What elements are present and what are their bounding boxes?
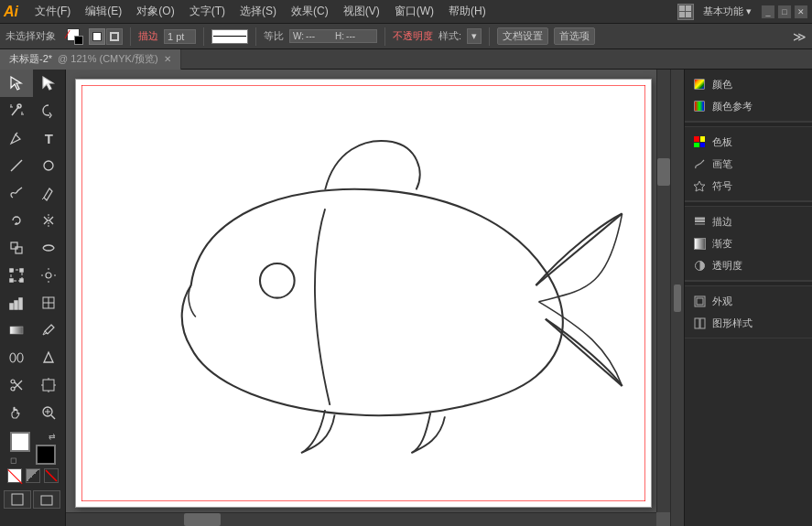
- color-panel-section: 颜色 颜色参考: [685, 70, 812, 122]
- solid-color-mode[interactable]: [7, 468, 22, 483]
- artboard-tool-btn[interactable]: [33, 371, 66, 399]
- swap-colors-btn[interactable]: ⇄: [49, 432, 56, 441]
- screen-mode-area: [0, 488, 65, 510]
- minimize-button[interactable]: _: [761, 5, 775, 19]
- free-transform-tool-btn[interactable]: [0, 262, 33, 289]
- preferences-button[interactable]: 首选项: [554, 27, 595, 45]
- fill-color-box[interactable]: [10, 432, 30, 452]
- symbol-label: 符号: [712, 179, 732, 193]
- tool-row-1: [0, 70, 65, 97]
- close-button[interactable]: ✕: [794, 5, 808, 19]
- arrange-icon: [677, 4, 694, 20]
- menu-view[interactable]: 视图(V): [336, 0, 387, 24]
- horizontal-scrollbar[interactable]: [66, 512, 656, 526]
- magic-wand-tool-btn[interactable]: [0, 97, 33, 124]
- full-screen-mode-btn[interactable]: [33, 490, 60, 509]
- svg-line-41: [51, 415, 55, 419]
- normal-mode-btn[interactable]: [4, 490, 31, 509]
- graphic-style-panel-row[interactable]: 图形样式: [690, 312, 807, 334]
- fill-stroke-indicator[interactable]: ∕: [67, 28, 83, 45]
- menu-help[interactable]: 帮助(H): [441, 0, 493, 24]
- swatches-panel-row[interactable]: 色板: [690, 131, 807, 153]
- graphic-style-icon: [692, 316, 707, 330]
- fill-mode-btn[interactable]: [89, 28, 105, 45]
- vertical-scrollbar[interactable]: [656, 70, 670, 512]
- lasso-tool-btn[interactable]: [33, 97, 66, 124]
- appearance-icon: [692, 294, 707, 308]
- transparency-panel-row[interactable]: 透明度: [690, 254, 807, 276]
- pencil-tool-btn[interactable]: [33, 179, 66, 207]
- menu-effect[interactable]: 效果(C): [284, 0, 336, 24]
- symbol-sprayer-tool-btn[interactable]: [33, 262, 66, 289]
- tool-row-9: [0, 289, 65, 317]
- svg-rect-46: [41, 496, 52, 505]
- direct-select-tool-btn[interactable]: [33, 70, 66, 97]
- menu-file[interactable]: 文件(F): [27, 0, 78, 24]
- warp-tool-btn[interactable]: [33, 234, 66, 262]
- paintbrush-tool-btn[interactable]: [0, 179, 33, 207]
- vertical-scroll-thumb[interactable]: [657, 158, 670, 186]
- pen-tool-btn[interactable]: [0, 124, 33, 152]
- symbol-panel-row[interactable]: 符号: [690, 175, 807, 197]
- scissors-tool-btn[interactable]: [0, 371, 33, 399]
- color-panel-row[interactable]: 颜色: [690, 73, 807, 95]
- shape-tool-btn[interactable]: [33, 152, 66, 179]
- color-picker-area: ⇄ ◻: [0, 426, 65, 488]
- panel-scroll-handle[interactable]: [670, 70, 684, 526]
- horizontal-scroll-thumb[interactable]: [184, 513, 221, 526]
- blend-tool-btn[interactable]: [0, 344, 33, 371]
- hand-tool-btn[interactable]: [0, 399, 33, 426]
- rotate-tool-btn[interactable]: [0, 207, 33, 234]
- svg-rect-45: [12, 494, 23, 505]
- live-paint-tool-btn[interactable]: [33, 344, 66, 371]
- panel-scroll-grip: [674, 284, 681, 312]
- stroke-panel-row[interactable]: 描边: [690, 210, 807, 232]
- fill-stroke-boxes[interactable]: ⇄ ◻: [10, 432, 56, 465]
- options-expand-btn[interactable]: ≫: [793, 29, 807, 44]
- stroke-color-box[interactable]: [36, 445, 56, 465]
- workspace-selector[interactable]: 基本功能 ▾: [699, 5, 755, 18]
- opacity-style-select[interactable]: ▾: [467, 28, 482, 44]
- default-colors-btn[interactable]: ◻: [10, 456, 16, 465]
- menu-text[interactable]: 文字(T): [182, 0, 233, 24]
- eyedropper-tool-btn[interactable]: [33, 317, 66, 344]
- stroke-mode-btn[interactable]: [106, 28, 123, 45]
- svg-rect-24: [19, 298, 22, 309]
- maximize-button[interactable]: □: [777, 5, 792, 19]
- scale-tool-btn[interactable]: [0, 234, 33, 262]
- swatches-panel-section: 色板 画笔 符号: [685, 127, 812, 201]
- menu-object[interactable]: 对象(O): [129, 0, 181, 24]
- svg-point-50: [260, 263, 295, 298]
- scale-label: 等比: [264, 29, 284, 43]
- scale-input-area[interactable]: W: --- H: ---: [289, 29, 377, 43]
- none-color-mode[interactable]: [44, 468, 59, 483]
- color-ref-panel-row[interactable]: 颜色参考: [690, 95, 807, 117]
- reflect-tool-btn[interactable]: [33, 207, 66, 234]
- tab-close-btn[interactable]: ✕: [164, 54, 171, 64]
- gradient-panel-row[interactable]: 渐变: [690, 232, 807, 254]
- menu-select[interactable]: 选择(S): [233, 0, 284, 24]
- menu-edit[interactable]: 编辑(E): [78, 0, 129, 24]
- line-tool-btn[interactable]: [0, 152, 33, 179]
- gradient-color-mode[interactable]: [26, 468, 40, 483]
- tool-row-11: [0, 344, 65, 371]
- brush-panel-row[interactable]: 画笔: [690, 153, 807, 175]
- gradient-tool-btn[interactable]: [0, 317, 33, 344]
- column-graph-tool-btn[interactable]: [0, 289, 33, 317]
- menu-window[interactable]: 窗口(W): [387, 0, 441, 24]
- doc-settings-button[interactable]: 文档设置: [497, 27, 548, 45]
- stroke-line-preview[interactable]: [211, 29, 248, 44]
- mesh-tool-btn[interactable]: [33, 289, 66, 317]
- right-panel: 颜色 颜色参考 色板: [684, 70, 812, 526]
- artboard[interactable]: [75, 79, 652, 508]
- svg-rect-13: [10, 269, 13, 272]
- zoom-tool-btn[interactable]: [33, 399, 66, 426]
- tool-row-6: [0, 207, 65, 234]
- stroke-width-input[interactable]: [164, 29, 196, 44]
- select-tool-btn[interactable]: [0, 70, 33, 97]
- document-tab[interactable]: 未标题-2* @ 121% (CMYK/预览) ✕: [0, 49, 181, 70]
- text-tool-btn[interactable]: T: [33, 124, 66, 152]
- brush-label: 画笔: [712, 157, 732, 171]
- appearance-panel-row[interactable]: 外观: [690, 290, 807, 312]
- gradient-label: 渐变: [712, 237, 732, 251]
